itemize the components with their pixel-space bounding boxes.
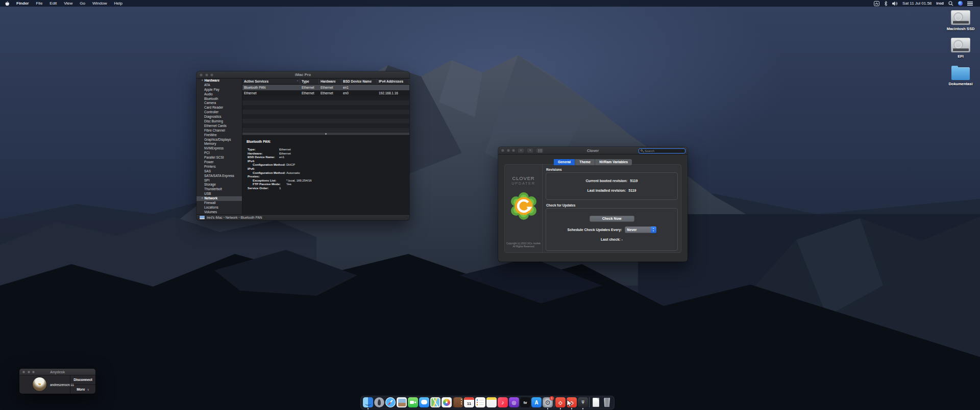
splitter-handle[interactable] (242, 132, 409, 136)
sidebar-item[interactable]: Apple Pay (197, 88, 242, 92)
menu-item[interactable]: Edit (50, 1, 57, 6)
sidebar-item[interactable]: Power (197, 160, 242, 165)
preview[interactable] (397, 397, 407, 408)
sidebar-item[interactable]: Controller (197, 110, 242, 115)
trash[interactable] (602, 397, 612, 408)
menu-item[interactable]: View (64, 1, 72, 6)
anydesk-titlebar[interactable]: Anydesk (19, 369, 95, 375)
check-now-button[interactable]: Check Now (590, 216, 634, 222)
reminders[interactable] (475, 397, 485, 408)
sidebar-item[interactable]: USB (197, 192, 242, 196)
zoom-button[interactable] (512, 149, 515, 152)
menu-item[interactable]: Finder (16, 1, 29, 6)
messages[interactable] (419, 397, 429, 408)
sidebar-item[interactable]: PCI (197, 151, 242, 156)
volume-icon[interactable] (892, 1, 898, 6)
Dokumentasi[interactable]: Dokumentasi (942, 65, 979, 86)
calendar[interactable]: 11 (464, 397, 474, 408)
minimize-button[interactable] (507, 149, 510, 152)
apple-menu-icon[interactable] (5, 1, 9, 6)
menu-bar-clock[interactable]: Sat 11 Jul 01.58 (902, 1, 932, 6)
zoom-button[interactable] (32, 371, 35, 373)
system-preferences[interactable]: ⚙ 1 (543, 397, 553, 408)
sidebar-item[interactable]: Fibre Channel (197, 129, 242, 133)
facetime[interactable] (408, 397, 418, 408)
sidebar-item[interactable]: Printers (197, 165, 242, 169)
column-header-active-services[interactable]: Active Services ˆ (242, 79, 300, 84)
EFI[interactable]: EFI (942, 38, 979, 59)
sidebar-item[interactable]: Storage (197, 183, 242, 187)
bluetooth-icon[interactable] (884, 1, 888, 6)
close-button[interactable] (22, 371, 25, 373)
spotlight-icon[interactable] (948, 1, 953, 6)
menu-item[interactable]: Window (92, 1, 107, 6)
sidebar-item[interactable]: Memory (197, 142, 242, 146)
safari[interactable] (385, 397, 396, 408)
menu-item[interactable]: File (36, 1, 42, 6)
back-button[interactable]: ‹ (518, 148, 524, 153)
sidebar-item[interactable]: SATA/SATA Express (197, 174, 242, 178)
app-store[interactable]: A (531, 397, 542, 408)
apple-tv[interactable]: tv (520, 397, 530, 408)
sidebar-item[interactable]: Network (197, 196, 242, 201)
launchpad[interactable] (374, 397, 384, 408)
sysinfo-titlebar[interactable]: iMac Pro (197, 71, 409, 79)
close-button[interactable] (501, 149, 504, 152)
sidebar-item[interactable]: Camera (197, 101, 242, 106)
Theme[interactable]: Theme (575, 159, 595, 165)
sidebar-item[interactable]: Card Reader (197, 106, 242, 110)
more-button[interactable]: More ∨ (70, 385, 95, 394)
menu-item[interactable]: Go (80, 1, 85, 6)
sidebar-item[interactable]: Audio (197, 92, 242, 97)
column-header-ipv4[interactable]: IPv4 Addresses (377, 79, 409, 84)
column-header-type[interactable]: Type (300, 79, 319, 84)
sidebar-item[interactable]: Thunderbolt (197, 187, 242, 192)
notification-center-icon[interactable] (967, 2, 973, 6)
sidebar-item[interactable]: Volumes (197, 210, 242, 214)
sidebar-item[interactable]: Firewall (197, 201, 242, 206)
minimize-button[interactable] (205, 73, 208, 76)
anydesk[interactable]: ◇ (555, 397, 566, 408)
column-header-bsd[interactable]: BSD Device Name (341, 79, 377, 84)
hackintool[interactable]: ⋔ (578, 397, 588, 408)
sidebar-item[interactable]: Diagnostics (197, 115, 242, 119)
siri-icon[interactable] (958, 1, 963, 6)
schedule-dropdown[interactable]: Never ▴▾ (625, 226, 656, 233)
sidebar-item[interactable]: Hardware (197, 79, 242, 83)
activity-icon[interactable] (874, 1, 879, 6)
forward-button[interactable]: › (527, 148, 533, 153)
zoom-button[interactable] (210, 73, 213, 76)
sidebar-item[interactable]: Parallel SCSI (197, 156, 242, 160)
sidebar-item[interactable]: Locations (197, 206, 242, 210)
notes[interactable] (486, 397, 497, 408)
sidebar-item[interactable]: Graphics/Displays (197, 138, 242, 142)
sidebar-item[interactable]: Ethernet Cards (197, 124, 242, 129)
Bluetooth PAN[interactable]: Bluetooth PAN Ethernet Ethernet en1 (242, 85, 409, 90)
maps[interactable] (430, 397, 440, 408)
podcasts[interactable]: ◎ (509, 397, 519, 408)
column-header-hardware[interactable]: Hardware (319, 79, 341, 84)
document[interactable] (591, 397, 601, 408)
search-input[interactable] (639, 148, 685, 153)
sidebar-item[interactable]: FireWire (197, 133, 242, 138)
General[interactable]: General (554, 159, 575, 165)
sidebar-item[interactable]: Disc Burning (197, 119, 242, 124)
clover-titlebar[interactable]: ‹ › Clover (498, 147, 688, 155)
sidebar-item[interactable]: SAS (197, 169, 242, 174)
contacts[interactable] (453, 397, 463, 408)
sidebar-item[interactable]: NVMExpress (197, 146, 242, 151)
sidebar-item[interactable]: SPI (197, 178, 242, 183)
menu-bar-user[interactable]: ired (936, 1, 944, 6)
Macintosh SSD[interactable]: Macintosh SSD (942, 10, 979, 31)
NVRam Variables[interactable]: NVRam Variables (595, 159, 632, 165)
music[interactable]: ♪ (498, 397, 508, 408)
Ethernet[interactable]: Ethernet Ethernet Ethernet en0 192.168.1… (242, 90, 409, 96)
anydesk-2[interactable]: ◇ (567, 397, 577, 408)
close-button[interactable] (200, 73, 203, 76)
sidebar-item[interactable]: ATA (197, 83, 242, 88)
photos[interactable] (442, 397, 452, 408)
minimize-button[interactable] (28, 371, 30, 373)
finder[interactable] (363, 397, 373, 408)
menu-item[interactable]: Help (114, 1, 122, 6)
sidebar-item[interactable]: Bluetooth (197, 97, 242, 101)
